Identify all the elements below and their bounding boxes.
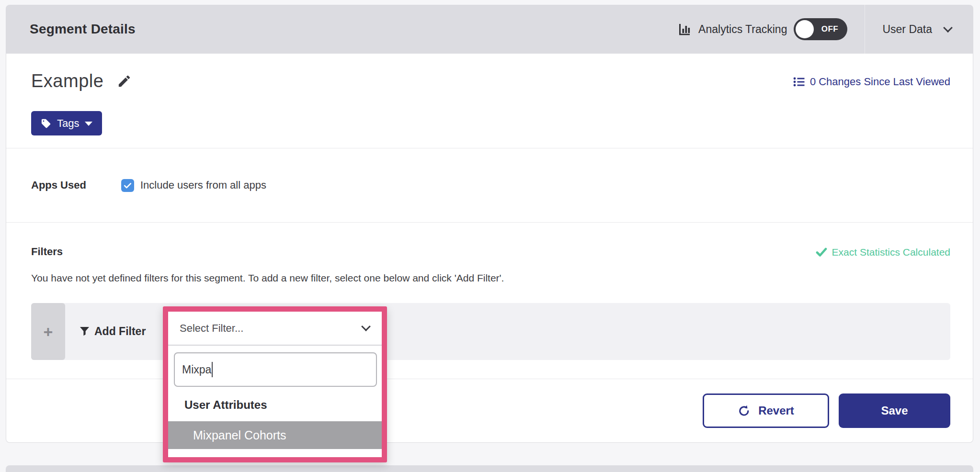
chevron-down-icon	[943, 23, 953, 33]
revert-button-label: Revert	[758, 404, 794, 417]
save-button[interactable]: Save	[839, 393, 950, 428]
save-button-label: Save	[881, 404, 908, 417]
section-apps-used: Apps Used Include users from all apps	[6, 148, 973, 223]
add-filter-button[interactable]: Add Filter	[80, 325, 146, 338]
section-filters: Filters Exact Statistics Calculated You …	[6, 223, 973, 379]
revert-button[interactable]: Revert	[703, 393, 829, 428]
option-mixpanel-cohorts[interactable]: Mixpanel Cohorts	[168, 421, 382, 449]
analytics-tracking-group: Analytics Tracking OFF	[679, 18, 865, 40]
filter-search-value: Mixpa	[182, 363, 211, 376]
add-filter-plus-button[interactable]: +	[31, 303, 65, 360]
changes-link-label: 0 Changes Since Last Viewed	[810, 76, 950, 88]
filter-select-value: Select Filter...	[180, 322, 243, 335]
add-filter-label: Add Filter	[94, 325, 146, 338]
menu-bottom-strip	[168, 449, 382, 457]
user-data-dropdown[interactable]: User Data	[865, 23, 973, 36]
rotate-ccw-icon	[738, 405, 751, 417]
checkmark-icon	[816, 247, 827, 258]
chevron-down-icon	[361, 322, 371, 331]
segment-details-card: Example Tags	[6, 54, 973, 443]
header-right: Analytics Tracking OFF User Data	[679, 5, 973, 54]
option-group-header: User Attributes	[168, 387, 382, 421]
tags-button-label: Tags	[57, 117, 79, 130]
caret-down-icon	[85, 122, 92, 126]
filter-select-menu: Mixpa User Attributes Mixpanel Cohorts	[168, 352, 382, 457]
section-name: Example Tags	[6, 54, 973, 148]
tag-icon	[41, 118, 51, 129]
next-section-header-bar	[6, 465, 973, 472]
exact-statistics-status: Exact Statistics Calculated	[816, 247, 950, 258]
changes-since-last-viewed-link[interactable]: 0 Changes Since Last Viewed	[793, 76, 950, 88]
analytics-tracking-toggle[interactable]: OFF	[794, 18, 847, 40]
section-footer: Revert Save	[6, 379, 973, 442]
user-data-label: User Data	[882, 23, 932, 36]
funnel-icon	[80, 326, 90, 337]
toggle-knob	[796, 20, 814, 38]
checkbox-checked-icon[interactable]	[121, 179, 134, 192]
pencil-icon[interactable]	[117, 74, 132, 89]
filters-description: You have not yet defined filters for thi…	[31, 272, 504, 284]
filter-select-highlight-frame: Select Filter... Mixpa User Attributes M…	[163, 306, 387, 462]
exact-statistics-label: Exact Statistics Calculated	[832, 247, 950, 258]
toggle-state-label: OFF	[814, 24, 845, 34]
page-title: Segment Details	[6, 22, 136, 37]
apps-used-label: Apps Used	[31, 179, 121, 191]
tags-button[interactable]: Tags	[31, 111, 102, 135]
filter-select-control[interactable]: Select Filter...	[168, 312, 382, 346]
filters-heading: Filters	[31, 246, 63, 258]
panel-header: Segment Details Analytics Tracking OFF	[6, 5, 973, 54]
filter-search-input[interactable]: Mixpa	[174, 352, 377, 387]
segment-name: Example	[31, 71, 103, 91]
segment-name-row: Example	[31, 71, 132, 91]
list-icon	[793, 77, 805, 87]
text-caret	[212, 362, 213, 377]
include-all-apps-label: Include users from all apps	[140, 179, 266, 191]
analytics-tracking-label: Analytics Tracking	[698, 23, 787, 36]
bar-chart-icon	[679, 23, 692, 36]
